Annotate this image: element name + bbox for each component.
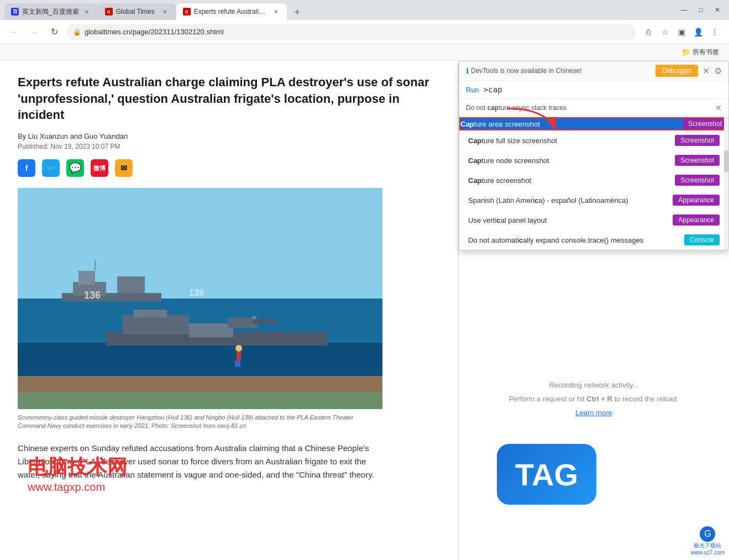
new-tab-button[interactable]: + <box>290 4 305 20</box>
weibo-button[interactable]: 微博 <box>91 159 108 177</box>
command-input[interactable] <box>484 85 722 94</box>
debugger-button[interactable]: Debugger <box>655 65 698 77</box>
badge-capture-screenshot: Screenshot <box>675 175 720 186</box>
network-bottom-area: Recording network activity... Perform a … <box>459 238 729 560</box>
article-image: 136 139 <box>18 188 382 409</box>
command-name-no-expand: Do not automatically expand console.trac… <box>468 236 684 244</box>
article-date: Published: Nov 19, 2023 10:07 PM <box>18 143 440 150</box>
lock-icon: 🔒 <box>73 28 81 36</box>
article-author: By Liu Xuanzun and Guo Yuandan <box>18 132 440 140</box>
command-name-spanish: Spanish (Latin America) - español (Latin… <box>468 196 673 205</box>
bookmark-button[interactable]: ☆ <box>657 24 673 40</box>
devtools-panel-close-icon[interactable]: ✕ <box>702 66 710 76</box>
command-list: Capture area screenshot Screenshot Captu… <box>459 117 728 250</box>
window-controls: — □ ✕ <box>677 3 725 17</box>
svg-rect-0 <box>18 188 382 299</box>
tab-experts[interactable]: G Experts refute Australian char… ✕ <box>176 3 287 20</box>
tab-favicon-baidu: 百 <box>11 8 19 15</box>
back-button[interactable]: ← <box>7 24 22 40</box>
close-window-button[interactable]: ✕ <box>710 3 725 17</box>
browser-window: 百 英文新闻_百度搜索 ✕ G Global Times ✕ G Experts… <box>0 0 729 560</box>
devtools-panel: ℹ DevTools is now available in Chinese! … <box>458 61 729 560</box>
folder-icon: 📁 <box>681 48 690 56</box>
run-label: Run <box>466 86 479 94</box>
devtools-info-bar: ℹ DevTools is now available in Chinese! … <box>459 61 728 81</box>
wechat-button[interactable]: 💬 <box>66 159 84 177</box>
profile-button[interactable]: 👤 <box>690 24 706 40</box>
svg-text:136: 136 <box>84 290 101 301</box>
minimize-button[interactable]: — <box>677 3 691 17</box>
svg-rect-9 <box>117 276 145 293</box>
command-item-capture-full[interactable]: Capture full size screenshot Screenshot <box>459 130 728 150</box>
email-button[interactable]: ✉ <box>115 159 133 177</box>
tab-close-global[interactable]: ✕ <box>160 7 169 16</box>
devtools-info-text: DevTools is now available in Chinese! <box>471 67 582 75</box>
gear-icon[interactable]: ⚙ <box>714 66 722 76</box>
command-scrollbar[interactable] <box>724 117 728 250</box>
command-item-spanish[interactable]: Spanish (Latin America) - español (Latin… <box>459 190 728 210</box>
tab-favicon-global: G <box>105 8 113 15</box>
svg-rect-11 <box>123 315 189 334</box>
url-text: globaltimes.cn/page/202311/1302120.shtml <box>85 28 630 36</box>
learn-more-link[interactable]: Learn more <box>575 409 612 417</box>
social-icons: f 🐦 💬 微博 ✉ <box>18 159 440 177</box>
command-item-capture-area[interactable]: Capture area screenshot Screenshot <box>459 117 728 130</box>
badge-no-expand: Console <box>684 234 720 245</box>
share-button[interactable]: ⎙ <box>641 24 656 40</box>
article-area: Experts refute Australian charge claimin… <box>0 61 458 560</box>
command-name-capture-screenshot: Capture screenshot <box>468 176 675 185</box>
ctrl-r-shortcut: Ctrl + R <box>586 395 612 403</box>
svg-rect-19 <box>235 360 238 367</box>
bookmark-folder-all[interactable]: 📁 所有书签 <box>678 46 722 58</box>
svg-rect-7 <box>78 271 95 285</box>
tab-close-baidu[interactable]: ✕ <box>82 7 91 16</box>
command-name-capture-area: Capture area screenshot <box>460 120 683 128</box>
svg-rect-15 <box>253 320 277 324</box>
forward-button[interactable]: → <box>27 24 42 40</box>
command-item-no-expand[interactable]: Do not automatically expand console.trac… <box>459 230 728 250</box>
image-caption: Sovremenny-class guided missile destroye… <box>18 414 382 431</box>
bookmark-label: 所有书签 <box>693 48 719 57</box>
svg-rect-18 <box>237 352 241 360</box>
async-text: Do not capture async stack traces <box>466 104 567 112</box>
command-input-row: Run <box>459 81 728 99</box>
command-item-capture-node[interactable]: Capture node screenshot Screenshot <box>459 150 728 170</box>
badge-vertical-panel: Appearance <box>673 214 720 226</box>
svg-rect-3 <box>18 376 382 392</box>
menu-button[interactable]: ⋮ <box>707 24 722 40</box>
tab-baidu[interactable]: 百 英文新闻_百度搜索 ✕ <box>4 3 98 20</box>
bookmarks-bar: 📁 所有书签 <box>0 44 729 61</box>
network-recording-text: Recording network activity... <box>549 381 639 389</box>
badge-capture-area: Screenshot <box>683 118 727 129</box>
reload-button[interactable]: ↻ <box>46 24 62 40</box>
command-name-vertical-panel: Use vertical panel layout <box>468 216 673 224</box>
async-close-icon[interactable]: ✕ <box>715 103 722 112</box>
tab-favicon-experts: G <box>183 8 191 15</box>
url-bar[interactable]: 🔒 globaltimes.cn/page/202311/1302120.sht… <box>66 24 636 40</box>
command-scrollbar-thumb <box>724 150 728 172</box>
tab-global[interactable]: G Global Times ✕ <box>98 3 176 20</box>
twitter-button[interactable]: 🐦 <box>42 159 60 177</box>
split-view-button[interactable]: ▣ <box>674 24 689 40</box>
async-row: Do not capture async stack traces ✕ <box>459 99 728 117</box>
tab-strip: 百 英文新闻_百度搜索 ✕ G Global Times ✕ G Experts… <box>4 0 673 20</box>
article-title: Experts refute Australian charge claimin… <box>18 74 440 123</box>
command-item-vertical-panel[interactable]: Use vertical panel layout Appearance <box>459 210 728 230</box>
tab-label-baidu: 英文新闻_百度搜索 <box>22 7 79 17</box>
command-name-capture-full: Capture full size screenshot <box>468 137 675 145</box>
facebook-button[interactable]: f <box>18 159 35 177</box>
address-bar: ← → ↻ 🔒 globaltimes.cn/page/202311/13021… <box>0 20 729 44</box>
svg-rect-16 <box>253 316 256 318</box>
command-item-capture-screenshot[interactable]: Capture screenshot Screenshot <box>459 170 728 190</box>
svg-text:139: 139 <box>189 288 204 297</box>
article-body: Chinese experts on Sunday refuted accusa… <box>18 442 382 482</box>
command-popup: ℹ DevTools is now available in Chinese! … <box>459 61 729 250</box>
tab-close-experts[interactable]: ✕ <box>271 7 280 16</box>
content-area: Experts refute Australian charge claimin… <box>0 61 729 560</box>
network-hint-text: Perform a request or hit Ctrl + R to rec… <box>509 395 679 403</box>
badge-spanish: Appearance <box>673 195 720 206</box>
maximize-button[interactable]: □ <box>694 3 708 17</box>
svg-rect-12 <box>134 310 167 317</box>
svg-rect-13 <box>189 323 233 337</box>
svg-rect-20 <box>238 360 240 367</box>
